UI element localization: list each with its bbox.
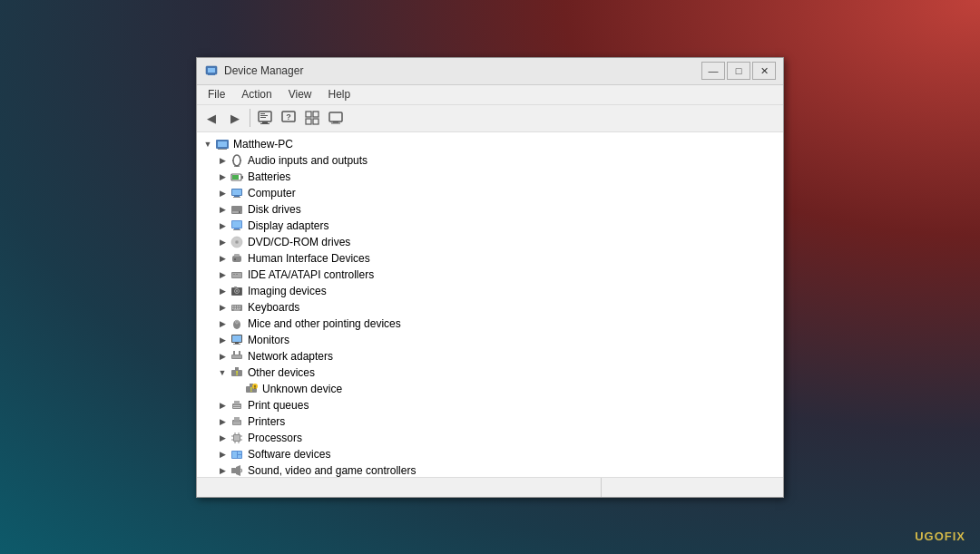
back-button[interactable]: ◀ [201, 107, 222, 129]
maximize-button[interactable]: □ [727, 62, 750, 80]
list-item[interactable]: ▶ Audio inputs and outputs [197, 152, 783, 169]
item-label: Processors [248, 432, 302, 444]
svg-rect-31 [234, 196, 240, 197]
item-label: IDE ATA/ATAPI controllers [248, 268, 374, 281]
menu-bar: File Action View Help [197, 85, 783, 105]
item-label: Sound, video and game controllers [248, 464, 416, 477]
battery-icon [230, 170, 244, 184]
forward-button[interactable]: ▶ [224, 107, 246, 129]
svg-point-23 [233, 155, 240, 166]
list-item[interactable]: ▶ Human Interface Devices [197, 250, 783, 267]
item-label: Audio inputs and outputs [248, 154, 368, 167]
menu-view[interactable]: View [281, 86, 319, 102]
svg-rect-20 [218, 141, 227, 147]
hid-icon [230, 251, 244, 266]
list-item[interactable]: ▶ Print queues [197, 397, 783, 413]
svg-rect-56 [232, 306, 234, 307]
list-item[interactable]: ▶ Printers [197, 413, 783, 430]
expander: ▶ [215, 153, 230, 168]
svg-rect-70 [235, 343, 239, 344]
watermark: UGOFIX [915, 530, 965, 543]
item-label: Monitors [248, 334, 289, 346]
svg-rect-78 [235, 367, 239, 370]
menu-file[interactable]: File [201, 86, 232, 102]
list-item[interactable]: ▶ Processors [197, 430, 783, 446]
item-label: Mice and other pointing devices [248, 317, 401, 330]
svg-rect-91 [233, 423, 240, 424]
list-item[interactable]: ▶ Sound, video and game controllers [197, 462, 783, 477]
svg-rect-61 [235, 307, 237, 309]
list-item[interactable]: ▼ ! Other devices [197, 364, 783, 381]
svg-point-53 [236, 290, 238, 292]
svg-rect-21 [220, 148, 225, 149]
svg-rect-15 [313, 119, 318, 124]
svg-rect-106 [231, 468, 236, 473]
expander: ▶ [215, 251, 230, 266]
svg-rect-74 [233, 351, 235, 355]
svg-rect-39 [233, 229, 240, 230]
unknown-device-icon: !! [244, 382, 259, 396]
title-bar: Device Manager — □ ✕ [197, 58, 783, 85]
svg-rect-4 [259, 112, 271, 121]
watermark-highlight: GO [925, 530, 945, 543]
svg-rect-90 [233, 422, 240, 423]
list-item[interactable]: ▶ Monitors [197, 332, 783, 348]
list-item[interactable]: ▶ Imaging devices [197, 283, 783, 299]
toolbar: ◀ ▶ ? [197, 105, 783, 132]
svg-rect-37 [232, 221, 241, 228]
menu-action[interactable]: Action [234, 86, 279, 102]
list-item[interactable]: ▶ Mice and other pointing devices [197, 316, 783, 332]
list-item[interactable]: ▶ Computer [197, 185, 783, 201]
properties-button[interactable] [254, 107, 276, 129]
printers-icon [230, 414, 244, 429]
list-item[interactable]: ▶ Display adapters [197, 218, 783, 234]
item-label: Print queues [248, 399, 309, 412]
root-icon [215, 137, 230, 151]
item-label: DVD/CD-ROM drives [248, 236, 350, 248]
svg-rect-49 [236, 274, 238, 275]
item-label: Other devices [248, 366, 315, 379]
item-label: Batteries [248, 170, 290, 183]
svg-rect-48 [233, 274, 235, 275]
svg-rect-17 [333, 121, 338, 123]
list-item[interactable]: !! Unknown device [197, 381, 783, 397]
list-item[interactable]: ▶ Batteries [197, 169, 783, 185]
svg-rect-62 [237, 307, 239, 309]
svg-rect-93 [234, 435, 240, 441]
list-item[interactable]: ▶ DVD/CD-ROM drives [197, 234, 783, 250]
expander: ▶ [215, 414, 230, 429]
svg-rect-73 [232, 355, 241, 358]
display-button[interactable] [325, 107, 347, 129]
device-manager-window: Device Manager — □ ✕ File Action View He… [196, 57, 784, 498]
update-button[interactable] [301, 107, 323, 129]
svg-rect-13 [313, 112, 318, 117]
close-button[interactable]: ✕ [752, 62, 776, 80]
print-queue-icon [230, 398, 244, 413]
list-item[interactable]: ▶ Keyboards [197, 299, 783, 316]
display-adapter-icon [230, 219, 244, 233]
tree-root[interactable]: ▼ Matthew-PC [197, 136, 783, 152]
svg-rect-32 [233, 197, 240, 198]
audio-icon [230, 153, 244, 168]
svg-rect-27 [241, 176, 243, 179]
list-item[interactable]: ▶ Disk drives [197, 201, 783, 218]
root-label: Matthew-PC [233, 138, 293, 151]
svg-rect-22 [218, 149, 227, 150]
menu-help[interactable]: Help [321, 86, 358, 102]
list-item[interactable]: ▶ Software devices [197, 446, 783, 462]
expander: ▶ [215, 398, 230, 413]
svg-rect-16 [329, 112, 342, 121]
window-title: Device Manager [224, 64, 701, 77]
expander: ▶ [215, 316, 230, 331]
device-tree[interactable]: ▼ Matthew-PC ▶ Audio inputs and outputs … [197, 132, 783, 477]
svg-rect-44 [234, 254, 240, 257]
svg-rect-69 [232, 335, 241, 342]
help-button[interactable]: ? [278, 107, 299, 129]
list-item[interactable]: ▶ IDE ATA/ATAPI controllers [197, 267, 783, 283]
expander [230, 382, 244, 396]
list-item[interactable]: ▶ Network adapters [197, 348, 783, 364]
minimize-button[interactable]: — [701, 62, 725, 80]
expander: ▶ [215, 447, 230, 462]
item-label: Printers [248, 415, 285, 428]
svg-rect-60 [232, 307, 234, 309]
